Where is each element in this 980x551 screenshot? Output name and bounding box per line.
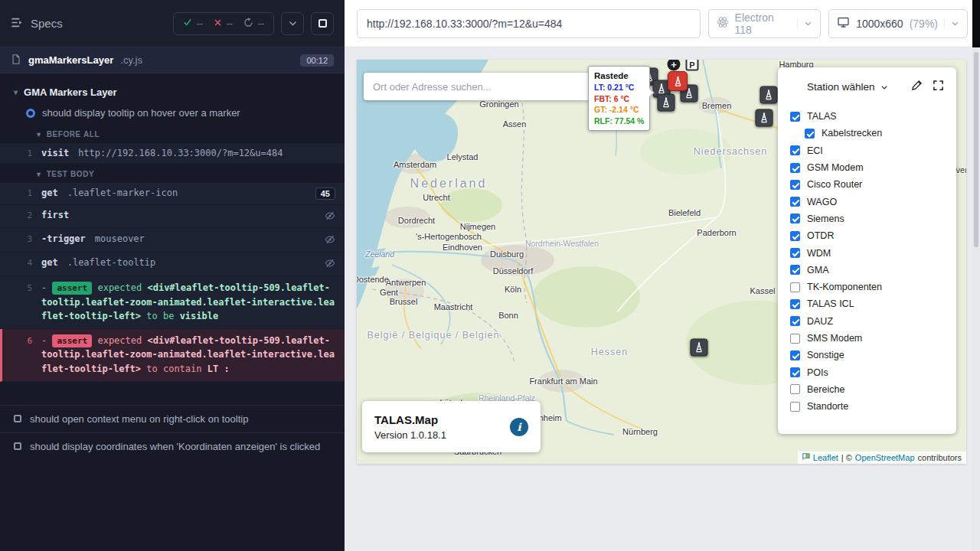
layer-item[interactable]: GSM Modem	[790, 159, 944, 176]
layer-checkbox[interactable]	[790, 197, 800, 207]
layer-checkbox[interactable]	[805, 129, 815, 139]
map-label: Nordrhein-Westfalen	[525, 239, 599, 248]
assert-row-failed[interactable]: 6- assert expected <div#leaflet-tooltip-…	[0, 329, 345, 382]
scrollbar-thumb[interactable]	[974, 52, 978, 247]
layer-checkbox[interactable]	[790, 231, 800, 241]
osm-link[interactable]: OpenStreetMap	[855, 453, 915, 462]
layer-item[interactable]: WAGO	[790, 193, 944, 210]
layer-checkbox[interactable]	[790, 367, 800, 377]
layer-item[interactable]: Standorte	[790, 398, 944, 415]
assert-row-passed[interactable]: 5- assert expected <div#leaflet-tooltip-…	[0, 276, 345, 329]
command-args: .leaflet-tooltip	[67, 257, 156, 268]
command-row[interactable]: 2first	[0, 205, 345, 229]
spec-duration-badge: 00:12	[300, 54, 334, 67]
cypress-runner-panel: Specs -- -- -- gmaMarkersLayer	[0, 0, 345, 551]
layer-checkbox[interactable]	[790, 214, 800, 223]
before-all-section[interactable]: ▾ BEFORE ALL	[0, 124, 345, 143]
layer-checkbox[interactable]	[790, 112, 800, 122]
stop-button[interactable]	[311, 12, 334, 35]
layer-checkbox[interactable]	[790, 180, 800, 190]
layer-item[interactable]: Bereiche	[790, 381, 944, 398]
section-label: BEFORE ALL	[47, 130, 100, 139]
leaflet-link[interactable]: Leaflet	[813, 453, 838, 462]
search-input[interactable]	[373, 81, 594, 93]
stage-scrollbar[interactable]	[972, 47, 980, 551]
layer-item[interactable]: WDM	[790, 244, 944, 261]
layer-checkbox[interactable]	[790, 299, 800, 309]
command-row[interactable]: 4get.leaflet-tooltip	[0, 253, 345, 276]
command-row[interactable]: 1get.leaflet-marker-icon45	[0, 183, 345, 205]
layer-checkbox[interactable]	[790, 334, 800, 344]
hovered-marker-icon[interactable]	[668, 71, 688, 91]
layer-label: ECI	[807, 145, 823, 156]
layer-item[interactable]: Kabelstrecken	[790, 125, 944, 142]
layer-label: DAUZ	[807, 316, 833, 327]
leaflet-map[interactable]: GroningenAssenAmsterdamLelystadUtrechtNe…	[357, 60, 966, 464]
hidden-element-icon	[325, 233, 335, 247]
electron-icon	[717, 16, 729, 31]
map-label: Paderborn	[697, 228, 736, 237]
station-layer-panel: Station wählen TALASKabelstreckenECIGSM …	[778, 67, 956, 434]
layer-checkbox[interactable]	[790, 402, 800, 412]
assert-list: 5- assert expected <div#leaflet-tooltip-…	[0, 276, 345, 382]
suite-row[interactable]: ▾ GMA Markers Layer	[0, 81, 345, 103]
layer-checkbox[interactable]	[790, 145, 800, 155]
p-marker-icon[interactable]: P	[686, 60, 699, 71]
station-marker-icon[interactable]	[760, 86, 778, 104]
layer-checkbox[interactable]	[790, 316, 800, 326]
test-body-section[interactable]: ▾ TEST BODY	[0, 164, 345, 183]
leaflet-flag-icon	[802, 453, 810, 462]
layer-checkbox[interactable]	[790, 265, 800, 275]
command-name: first	[41, 210, 69, 220]
station-dropdown[interactable]: Station wählen	[807, 81, 888, 93]
layer-item[interactable]: SMS Modem	[790, 330, 944, 347]
layer-item[interactable]: Sonstige	[790, 347, 944, 364]
map-label: Hessen	[591, 347, 628, 357]
layer-label: TALAS	[807, 111, 837, 122]
command-row[interactable]: 3-triggermouseover	[0, 229, 345, 253]
map-label: Bremen	[702, 101, 732, 110]
layer-checkbox[interactable]	[790, 248, 800, 258]
layer-item[interactable]: Siemens	[790, 210, 944, 227]
layer-checkbox[interactable]	[790, 350, 800, 360]
pending-test-row[interactable]: should open context menu on right-click …	[0, 405, 345, 432]
command-row[interactable]: 1 visit http://192.168.10.33:3000/?m=12&…	[0, 143, 345, 164]
active-test-row[interactable]: should display tooltip on hover over a m…	[0, 103, 345, 124]
pending-test-row[interactable]: should display coordinates when 'Koordin…	[0, 432, 345, 460]
map-search-control[interactable]	[364, 73, 603, 100]
layer-item[interactable]: TALAS	[790, 108, 944, 125]
test-stats[interactable]: -- -- --	[173, 12, 274, 35]
collapse-all-button[interactable]	[281, 12, 304, 35]
layer-checkbox[interactable]	[790, 163, 800, 173]
edit-pencil-icon[interactable]	[911, 80, 923, 94]
layer-item[interactable]: TK-Komponenten	[790, 279, 944, 295]
specs-toggle[interactable]: Specs	[11, 16, 63, 31]
layer-item[interactable]: TALAS ICL	[790, 295, 944, 312]
layer-item[interactable]: POIs	[790, 364, 944, 380]
layer-item[interactable]: OTDR	[790, 227, 944, 244]
runner-header: Specs -- -- --	[0, 0, 345, 47]
layer-item[interactable]: Cisco Router	[790, 176, 944, 193]
layer-item[interactable]: DAUZ	[790, 313, 944, 330]
running-spinner-icon	[26, 109, 35, 118]
pending-test-icon	[14, 415, 21, 422]
hidden-element-icon	[325, 210, 335, 223]
layer-checkbox[interactable]	[790, 282, 800, 292]
station-marker-icon[interactable]	[691, 339, 708, 357]
station-marker-icon[interactable]	[756, 109, 773, 127]
layer-item[interactable]: ECI	[790, 142, 944, 159]
file-icon	[11, 54, 21, 67]
layer-checkbox[interactable]	[790, 384, 800, 394]
station-marker-icon[interactable]	[658, 94, 675, 112]
tooltip-value: LT: 0.21 °C	[594, 82, 644, 93]
scrollbar-corner	[972, 0, 980, 47]
info-icon[interactable]: i	[510, 418, 528, 436]
command-number: 1	[23, 148, 41, 158]
viewport-select[interactable]: 1000x660 (79%)	[828, 9, 968, 38]
marker-tooltip[interactable]: Rastede LT: 0.21 °CFBT: 6 °CGT: -2.14 °C…	[588, 66, 650, 131]
layer-item[interactable]: GMA	[790, 262, 944, 279]
browser-select[interactable]: Electron 118	[708, 9, 822, 38]
expand-icon[interactable]	[933, 80, 944, 94]
spec-header[interactable]: gmaMarkersLayer .cy.js 00:12	[0, 47, 345, 73]
url-input[interactable]	[357, 9, 701, 38]
